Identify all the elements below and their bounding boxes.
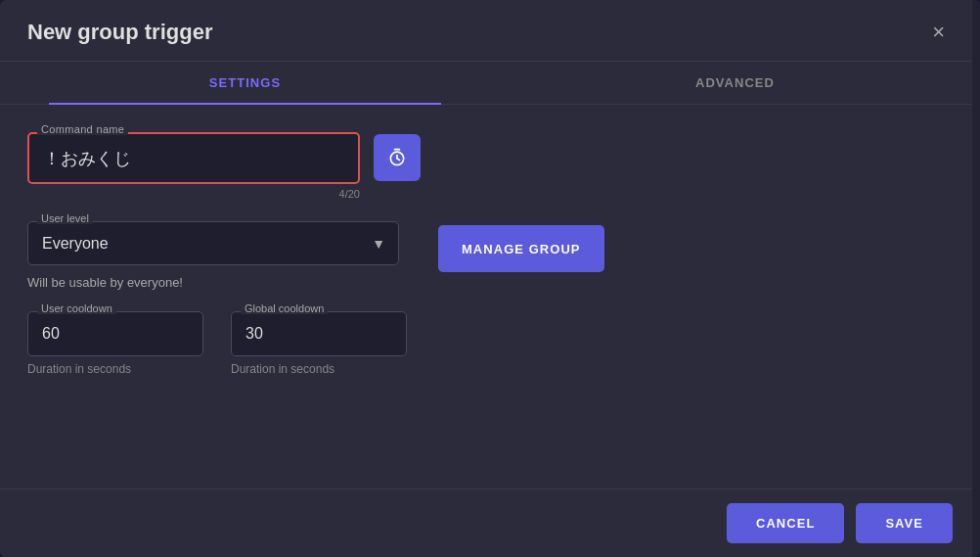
global-cooldown-group: Global cooldown Duration in seconds xyxy=(231,311,407,376)
tab-advanced[interactable]: ADVANCED xyxy=(490,62,980,104)
close-button[interactable]: × xyxy=(924,18,953,47)
cancel-button[interactable]: CANCEL xyxy=(727,503,844,543)
save-button[interactable]: SAVE xyxy=(856,503,953,543)
user-cooldown-hint: Duration in seconds xyxy=(27,362,203,376)
clock-icon xyxy=(387,148,407,167)
modal-header: New group trigger × xyxy=(0,0,980,62)
command-name-row: Command name 4/20 xyxy=(27,132,953,200)
user-level-label: User level xyxy=(37,212,93,224)
tab-bar: SETTINGS ADVANCED xyxy=(0,62,980,105)
modal-footer: CANCEL SAVE xyxy=(0,488,980,557)
user-level-row: User level Everyone Subscriber VIP Moder… xyxy=(27,221,953,290)
user-cooldown-wrapper: User cooldown xyxy=(27,311,203,356)
usable-hint: Will be usable by everyone! xyxy=(27,275,399,290)
manage-group-button[interactable]: MANAGE GROUP xyxy=(438,225,604,272)
command-name-input[interactable] xyxy=(27,132,360,184)
global-cooldown-label: Global cooldown xyxy=(241,302,328,314)
svg-line-2 xyxy=(397,159,400,161)
global-cooldown-input[interactable] xyxy=(231,311,407,356)
user-cooldown-group: User cooldown Duration in seconds xyxy=(27,311,203,376)
user-cooldown-label: User cooldown xyxy=(37,302,116,314)
command-name-label: Command name xyxy=(37,123,128,135)
user-level-select-wrapper: User level Everyone Subscriber VIP Moder… xyxy=(27,221,399,265)
timer-icon-button[interactable] xyxy=(374,134,421,181)
modal-title: New group trigger xyxy=(27,20,212,45)
modal-dialog: New group trigger × SETTINGS ADVANCED Co… xyxy=(0,0,980,557)
char-count: 4/20 xyxy=(27,188,360,200)
user-cooldown-input[interactable] xyxy=(27,311,203,356)
user-level-section: User level Everyone Subscriber VIP Moder… xyxy=(27,221,953,290)
cooldown-row: User cooldown Duration in seconds Global… xyxy=(27,311,953,376)
command-name-group: Command name 4/20 xyxy=(27,132,360,200)
tab-settings[interactable]: SETTINGS xyxy=(0,62,490,104)
global-cooldown-hint: Duration in seconds xyxy=(231,362,407,376)
global-cooldown-wrapper: Global cooldown xyxy=(231,311,407,356)
modal-body: Command name 4/20 User level xyxy=(0,105,980,488)
user-level-select[interactable]: Everyone Subscriber VIP Moderator Broadc… xyxy=(27,221,399,265)
